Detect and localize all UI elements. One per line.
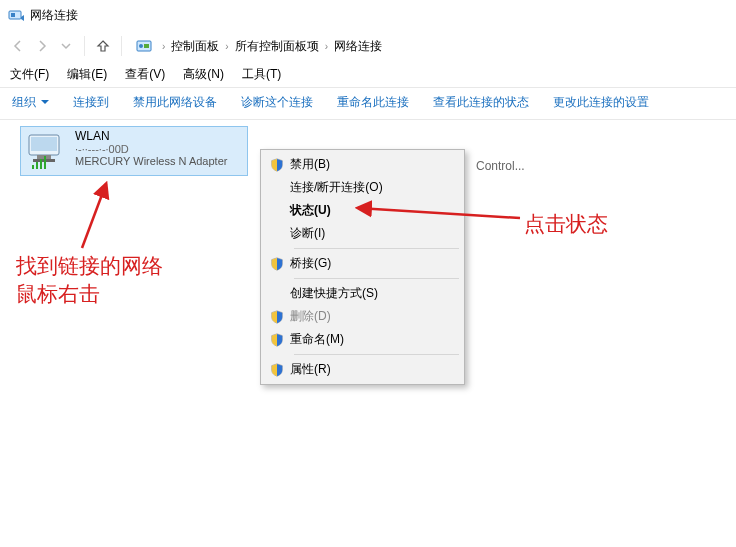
chevron-right-icon: › (162, 41, 165, 52)
breadcrumb[interactable]: › 控制面板 › 所有控制面板项 › 网络连接 (156, 38, 382, 55)
context-menu-item-label: 状态(U) (290, 202, 453, 219)
blank-icon (264, 200, 290, 222)
control-panel-icon (136, 38, 152, 54)
uac-shield-icon (264, 359, 290, 381)
svg-line-13 (82, 184, 106, 248)
separator (84, 36, 85, 56)
svg-point-3 (139, 44, 143, 48)
diagnose-button[interactable]: 诊断这个连接 (241, 94, 313, 111)
context-menu-item-label: 连接/断开连接(O) (290, 179, 453, 196)
nav-back-button[interactable] (6, 34, 30, 58)
context-menu-item: 删除(D) (264, 305, 461, 328)
annotation-right: 点击状态 (524, 210, 608, 238)
rename-button[interactable]: 重命名此连接 (337, 94, 409, 111)
adapter-ssid: ·-··---·-·00D (75, 143, 227, 155)
context-menu-item[interactable]: 诊断(I) (264, 222, 461, 245)
uac-shield-icon (264, 154, 290, 176)
context-menu-item[interactable]: 重命名(M) (264, 328, 461, 351)
menu-separator (294, 278, 459, 279)
blank-icon (264, 177, 290, 199)
menu-separator (294, 248, 459, 249)
chevron-right-icon: › (225, 41, 228, 52)
context-menu-item[interactable]: 禁用(B) (264, 153, 461, 176)
context-menu: 禁用(B)连接/断开连接(O)状态(U)诊断(I)桥接(G)创建快捷方式(S)删… (260, 149, 465, 385)
disable-device-button[interactable]: 禁用此网络设备 (133, 94, 217, 111)
adapter-device-name: MERCURY Wireless N Adapter (75, 155, 227, 167)
menu-view[interactable]: 查看(V) (125, 66, 165, 83)
menu-separator (294, 354, 459, 355)
view-status-button[interactable]: 查看此连接的状态 (433, 94, 529, 111)
context-menu-item-label: 桥接(G) (290, 255, 453, 272)
menu-file[interactable]: 文件(F) (10, 66, 49, 83)
context-menu-item-label: 创建快捷方式(S) (290, 285, 453, 302)
separator (121, 36, 122, 56)
adapter-name: WLAN (75, 129, 227, 143)
breadcrumb-item[interactable]: 所有控制面板项 (235, 38, 319, 55)
uac-shield-icon (264, 329, 290, 351)
menubar: 文件(F) 编辑(E) 查看(V) 高级(N) 工具(T) (0, 62, 736, 88)
uac-shield-icon (264, 306, 290, 328)
context-menu-item[interactable]: 属性(R) (264, 358, 461, 381)
context-menu-item-label: 诊断(I) (290, 225, 453, 242)
blank-icon (264, 223, 290, 245)
svg-rect-6 (31, 137, 57, 151)
context-menu-item-label: 删除(D) (290, 308, 453, 325)
window-icon (8, 7, 24, 23)
organize-dropdown[interactable]: 组织 (12, 94, 49, 111)
change-settings-button[interactable]: 更改此连接的设置 (553, 94, 649, 111)
blank-icon (264, 283, 290, 305)
svg-rect-1 (11, 13, 15, 17)
annotation-left: 找到链接的网络 鼠标右击 (16, 252, 163, 308)
window-title: 网络连接 (30, 7, 78, 24)
nav-up-button[interactable] (91, 34, 115, 58)
menu-advanced[interactable]: 高级(N) (183, 66, 224, 83)
context-menu-item[interactable]: 连接/断开连接(O) (264, 176, 461, 199)
annotation-arrow-left (60, 176, 130, 256)
adapter-wlan-item[interactable]: WLAN ·-··---·-·00D MERCURY Wireless N Ad… (20, 126, 248, 176)
chevron-right-icon: › (325, 41, 328, 52)
context-menu-item-label: 重命名(M) (290, 331, 453, 348)
uac-shield-icon (264, 253, 290, 275)
network-adapter-icon (25, 129, 69, 173)
context-menu-item[interactable]: 桥接(G) (264, 252, 461, 275)
menu-tools[interactable]: 工具(T) (242, 66, 281, 83)
breadcrumb-item[interactable]: 网络连接 (334, 38, 382, 55)
context-menu-item-label: 属性(R) (290, 361, 453, 378)
context-menu-item[interactable]: 状态(U) (264, 199, 461, 222)
svg-rect-4 (144, 44, 149, 48)
connect-to-button[interactable]: 连接到 (73, 94, 109, 111)
breadcrumb-item[interactable]: 控制面板 (171, 38, 219, 55)
menu-edit[interactable]: 编辑(E) (67, 66, 107, 83)
command-toolbar: 组织 连接到 禁用此网络设备 诊断这个连接 重命名此连接 查看此连接的状态 更改… (0, 88, 736, 120)
nav-recent-button[interactable] (54, 34, 78, 58)
adapter-item-obscured[interactable]: Control... (476, 159, 525, 173)
context-menu-item-label: 禁用(B) (290, 156, 453, 173)
context-menu-item[interactable]: 创建快捷方式(S) (264, 282, 461, 305)
nav-forward-button[interactable] (30, 34, 54, 58)
